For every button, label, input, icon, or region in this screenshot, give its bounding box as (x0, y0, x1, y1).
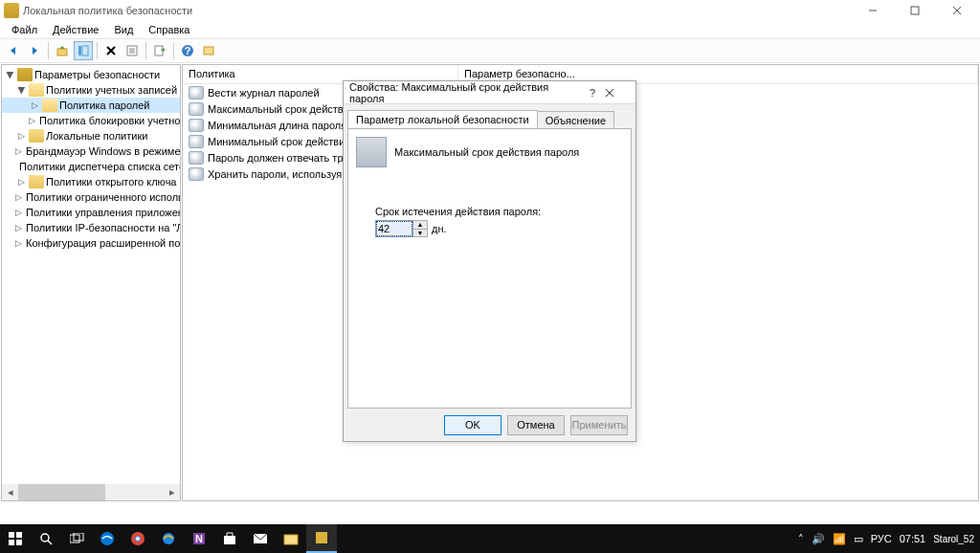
horizontal-scrollbar[interactable]: ◂ ▸ (2, 484, 180, 500)
svg-rect-19 (9, 532, 14, 538)
tree-item-account-policies[interactable]: ⯆ Политики учетных записей (2, 82, 180, 98)
scroll-right-icon[interactable]: ▸ (164, 484, 180, 500)
menu-view[interactable]: Вид (106, 22, 141, 37)
spinner-up-icon[interactable]: ▲ (413, 221, 427, 230)
onenote-icon[interactable]: N (184, 524, 214, 553)
refresh-button[interactable] (199, 41, 218, 60)
action-center-icon[interactable]: ▭ (854, 533, 863, 545)
dialog-close-button[interactable] (605, 88, 630, 98)
start-button[interactable] (0, 524, 31, 553)
svg-rect-34 (224, 536, 235, 544)
tree[interactable]: ⯆ Параметры безопасности ⯆ Политики учет… (2, 65, 180, 253)
tree-root-label: Параметры безопасности (34, 69, 160, 80)
window-titlebar: Локальная политика безопасности (0, 0, 980, 21)
volume-icon[interactable]: 🔊 (812, 533, 825, 545)
edge-icon[interactable] (92, 524, 122, 553)
spinner-arrows: ▲ ▼ (413, 220, 428, 237)
properties-button[interactable] (122, 41, 142, 60)
days-input[interactable] (375, 220, 413, 237)
dialog-tabs: Параметр локальной безопасности Объяснен… (344, 107, 635, 128)
collapse-icon[interactable]: ⯆ (4, 69, 15, 80)
folder-icon (17, 68, 33, 81)
tree-root[interactable]: ⯆ Параметры безопасности (2, 67, 180, 82)
expand-icon[interactable]: ▷ (15, 145, 22, 157)
apply-button[interactable]: Применить (570, 415, 628, 435)
folder-open-icon (29, 83, 44, 97)
folder-open-icon (42, 99, 57, 112)
close-button[interactable] (936, 0, 978, 21)
ie-icon[interactable] (153, 524, 184, 553)
svg-rect-26 (74, 533, 83, 541)
expand-icon[interactable]: ▷ (15, 176, 27, 188)
explorer-icon[interactable] (276, 524, 306, 553)
tree-item[interactable]: ▷Брандмауэр Windows в режиме п (2, 144, 180, 159)
tree-item[interactable]: ▷Политики управления приложени (2, 205, 180, 220)
expand-icon[interactable]: ▷ (15, 191, 22, 203)
tree-item[interactable]: ▷Политики ограниченного использ (2, 189, 180, 205)
svg-rect-13 (155, 46, 163, 55)
forward-button[interactable] (25, 41, 44, 60)
mail-icon[interactable] (245, 524, 276, 553)
minimize-button[interactable] (852, 0, 894, 21)
store-icon[interactable] (214, 524, 245, 553)
tree-item[interactable]: Политики диспетчера списка сете (2, 159, 180, 174)
expand-icon[interactable]: ▷ (15, 207, 22, 218)
menu-action[interactable]: Действие (45, 22, 106, 37)
tree-label: Политики ограниченного использ (26, 191, 181, 203)
tray-chevron-icon[interactable]: ˄ (798, 533, 804, 545)
svg-text:N: N (195, 533, 203, 544)
spinner-down-icon[interactable]: ▼ (413, 230, 427, 237)
language-indicator[interactable]: РУС (871, 533, 892, 544)
network-icon[interactable]: 📶 (833, 533, 846, 545)
expiration-label: Срок истечения действия пароля: (375, 206, 623, 217)
svg-rect-5 (78, 46, 81, 55)
back-button[interactable] (4, 41, 23, 60)
menu-help[interactable]: Справка (141, 22, 197, 37)
tree-item[interactable]: ▷Конфигурация расширенной пол (2, 235, 180, 251)
tree-item[interactable]: ▷Политики открытого ключа (2, 174, 180, 189)
tab-local-security[interactable]: Параметр локальной безопасности (347, 110, 538, 128)
export-button[interactable] (150, 41, 169, 60)
up-button[interactable] (53, 41, 72, 60)
collapse-icon[interactable]: ⯆ (15, 84, 27, 96)
chrome-icon[interactable] (122, 524, 153, 553)
tree-item[interactable]: ▷Политики IP-безопасности на "Ло (2, 220, 180, 235)
svg-rect-6 (82, 46, 88, 55)
ok-button[interactable]: OK (444, 415, 501, 435)
delete-button[interactable] (101, 41, 121, 60)
svg-rect-37 (316, 532, 327, 543)
system-tray: ˄ 🔊 📶 ▭ РУС 07:51 Starol_52 (798, 533, 980, 545)
tree-item-lockout-policy[interactable]: ▷ Политика блокировки учетной (2, 113, 180, 128)
tree-label: Политики открытого ключа (46, 176, 176, 188)
cancel-button[interactable]: Отмена (507, 415, 565, 435)
help-button[interactable]: ? (178, 41, 197, 60)
secpol-icon[interactable] (306, 524, 337, 553)
svg-rect-22 (16, 540, 22, 545)
scroll-left-icon[interactable]: ◂ (2, 484, 18, 500)
clock[interactable]: 07:51 (900, 533, 926, 544)
console-tree-button[interactable] (74, 41, 93, 60)
expand-icon[interactable]: ▷ (15, 130, 27, 142)
tree-label: Конфигурация расширенной пол (26, 237, 181, 249)
search-icon[interactable] (31, 524, 61, 553)
list-item-name: Минимальная длина пароля (208, 120, 346, 131)
svg-rect-25 (70, 535, 79, 542)
tab-explanation[interactable]: Объяснение (537, 111, 614, 129)
expand-icon[interactable]: ▷ (29, 100, 40, 111)
tree-item-password-policy[interactable]: ▷ Политика паролей (2, 98, 180, 113)
dialog-help-button[interactable]: ? (580, 87, 605, 99)
menu-file[interactable]: Файл (4, 22, 45, 37)
policy-icon (189, 102, 204, 116)
expand-icon[interactable]: ▷ (15, 222, 22, 233)
tree-label: Политики учетных записей (46, 84, 177, 96)
list-item-name: Вести журнал паролей (208, 87, 320, 99)
expand-icon[interactable]: ▷ (29, 115, 35, 126)
expand-icon[interactable]: ▷ (15, 237, 22, 249)
tree-item[interactable]: ▷Локальные политики (2, 128, 180, 144)
taskbar: N ˄ 🔊 📶 ▭ РУС 07:51 Starol_52 (0, 524, 980, 553)
scroll-thumb[interactable] (18, 484, 105, 500)
maximize-button[interactable] (894, 0, 936, 21)
svg-point-23 (41, 534, 49, 542)
svg-rect-21 (9, 540, 14, 545)
taskview-icon[interactable] (61, 524, 92, 553)
